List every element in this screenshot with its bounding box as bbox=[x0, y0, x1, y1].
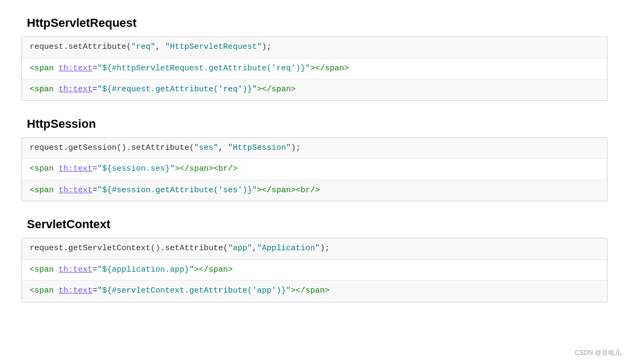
code-token-attr: th:text bbox=[59, 186, 92, 195]
line-7: request.getServletContext().setAttribute… bbox=[22, 238, 607, 259]
section-servletcontext: ServletContextrequest.getServletContext(… bbox=[22, 217, 607, 302]
code-token-attr: th:text bbox=[59, 64, 92, 73]
code-token-string: "${#session.getAttribute('ses')}" bbox=[97, 186, 257, 195]
code-token-default: ); bbox=[291, 143, 301, 152]
code-token-default: = bbox=[92, 64, 97, 73]
code-token-default: request.getSession().setAttribute( bbox=[30, 143, 194, 152]
section-httprequest: HttpServletRequestrequest.setAttribute("… bbox=[22, 16, 607, 101]
line-5: <span th:text="${session.ses}"></span><b… bbox=[22, 158, 607, 180]
code-token-attr: th:text bbox=[59, 164, 92, 173]
code-token-string: "${#servletContext.getAttribute('app')}" bbox=[97, 286, 291, 295]
code-token-string: "ses" bbox=[194, 143, 218, 152]
line-4: request.getSession().setAttribute("ses",… bbox=[22, 138, 607, 159]
code-token-tag: ></span> bbox=[291, 286, 330, 295]
section-httpsession-code-block: request.getSession().setAttribute("ses",… bbox=[22, 137, 607, 202]
section-httpsession-title: HttpSession bbox=[22, 117, 607, 131]
code-token-default: request.setAttribute( bbox=[30, 42, 131, 52]
code-token-string: "${#httpServletRequest.getAttribute('req… bbox=[97, 64, 310, 73]
code-token-attr: th:text bbox=[59, 286, 92, 295]
section-servletcontext-code-block: request.getServletContext().setAttribute… bbox=[22, 238, 607, 302]
code-token-string: "HttpServletRequest" bbox=[165, 42, 262, 52]
line-6: <span th:text="${#session.getAttribute('… bbox=[22, 180, 607, 201]
code-token-tag: ></span> bbox=[257, 85, 296, 94]
code-token-tag: <span bbox=[30, 186, 59, 195]
line-3: <span th:text="${#request.getAttribute('… bbox=[22, 79, 607, 100]
code-token-default: = bbox=[92, 85, 97, 94]
code-token-string: "${application.app}" bbox=[97, 265, 194, 274]
code-token-tag: <span bbox=[30, 85, 59, 94]
code-token-default: = bbox=[92, 164, 97, 173]
code-token-tag: ></span> bbox=[310, 64, 349, 73]
section-httprequest-code-block: request.setAttribute("req", "HttpServlet… bbox=[22, 37, 607, 101]
app-container: HttpServletRequestrequest.setAttribute("… bbox=[22, 16, 607, 302]
code-token-string: "req" bbox=[131, 42, 155, 52]
code-token-tag: ></span> bbox=[194, 265, 233, 274]
code-token-string: "HttpSession" bbox=[228, 143, 291, 152]
code-token-tag: ></span><br/> bbox=[175, 164, 238, 173]
line-8: <span th:text="${application.app}"></spa… bbox=[22, 259, 607, 281]
code-token-default: ); bbox=[262, 42, 271, 52]
code-token-tag: <span bbox=[30, 265, 59, 274]
code-token-string: "app" bbox=[228, 244, 252, 253]
section-httpsession: HttpSessionrequest.getSession().setAttri… bbox=[22, 117, 607, 202]
code-token-default: , bbox=[252, 244, 257, 253]
code-token-attr: th:text bbox=[59, 265, 92, 274]
code-token-tag: <span bbox=[30, 164, 59, 173]
line-9: <span th:text="${#servletContext.getAttr… bbox=[22, 280, 607, 302]
code-token-attr: th:text bbox=[59, 85, 92, 94]
code-token-default: , bbox=[155, 42, 165, 52]
code-token-default: , bbox=[218, 143, 228, 152]
code-token-default: ); bbox=[320, 244, 330, 253]
code-token-tag: <span bbox=[30, 286, 59, 295]
code-token-tag: ></span><br/> bbox=[257, 186, 320, 195]
code-token-string: "${session.ses}" bbox=[97, 164, 175, 173]
code-token-default: = bbox=[92, 286, 97, 295]
code-token-tag: <span bbox=[30, 64, 59, 73]
code-token-default: = bbox=[92, 265, 97, 274]
section-servletcontext-title: ServletContext bbox=[22, 217, 607, 231]
line-1: request.setAttribute("req", "HttpServlet… bbox=[22, 37, 607, 58]
code-token-string: "${#request.getAttribute('req')}" bbox=[97, 85, 257, 94]
code-token-string: "Application" bbox=[257, 244, 320, 253]
section-httprequest-title: HttpServletRequest bbox=[22, 16, 607, 30]
line-2: <span th:text="${#httpServletRequest.get… bbox=[22, 58, 607, 79]
code-token-default: request.getServletContext().setAttribute… bbox=[30, 244, 228, 253]
code-token-default: = bbox=[92, 186, 97, 195]
watermark: CSDN @豆电儿. bbox=[575, 348, 623, 358]
